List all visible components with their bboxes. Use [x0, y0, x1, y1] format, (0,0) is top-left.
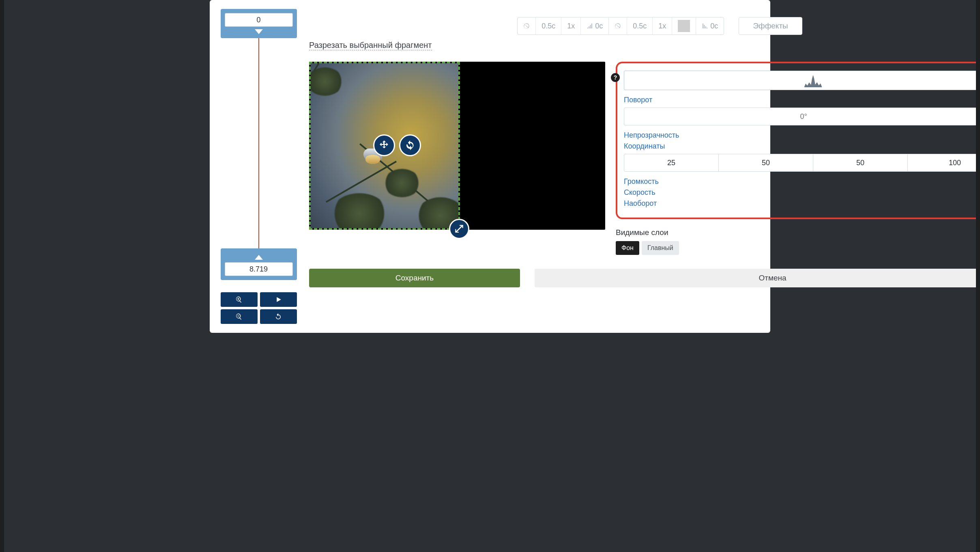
play-button[interactable] [260, 292, 297, 307]
chevron-up-icon [255, 255, 263, 260]
zoom-out-button[interactable] [221, 309, 258, 324]
canvas-area [309, 62, 605, 230]
play-icon [275, 296, 282, 303]
editor-window: 0.5с 1x 0с 0.5с 1x 0с Эффекты Разрезать … [210, 0, 770, 333]
rotate-icon [405, 140, 415, 151]
timeline-track[interactable] [258, 38, 259, 248]
timeline-end-input[interactable] [225, 262, 293, 276]
transition-in-group: 0.5с 1x 0с 0.5с 1x 0с [517, 17, 724, 35]
rotation-input[interactable] [624, 108, 980, 125]
no-transition-a[interactable] [518, 17, 536, 34]
canvas[interactable] [309, 62, 605, 230]
reload-button[interactable] [260, 309, 297, 324]
bars-desc-icon [702, 23, 708, 29]
prohibit-icon [523, 23, 530, 29]
coords-label[interactable]: Координаты [624, 142, 980, 151]
coords-row [624, 154, 980, 172]
zoom-in-button[interactable] [221, 292, 258, 307]
resize-handle[interactable] [449, 219, 469, 239]
main-column: 0.5с 1x 0с 0.5с 1x 0с Эффекты Разрезать … [300, 9, 980, 324]
reload-icon [275, 313, 282, 320]
timeline-start-cap[interactable] [221, 9, 297, 38]
speed-label[interactable]: Скорость [624, 188, 980, 197]
swatch-icon [678, 20, 690, 32]
timeline-column [217, 9, 300, 324]
silhouette-icon [804, 75, 822, 87]
chevron-down-icon [255, 29, 263, 34]
layer-thumbnail[interactable] [624, 71, 980, 90]
cut-fragment-link[interactable]: Разрезать выбранный фрагмент [309, 41, 432, 50]
no-transition-b[interactable] [609, 17, 627, 34]
rotation-label[interactable]: Поворот [624, 96, 980, 104]
color-swatch[interactable] [672, 17, 696, 34]
rotate-handle[interactable] [399, 134, 421, 156]
coord-y2-input[interactable] [908, 154, 980, 172]
bars-asc-icon [587, 23, 593, 29]
move-icon [379, 140, 389, 151]
properties-column: ? Поворот Непрозрачность Координаты [616, 62, 980, 255]
move-handle[interactable] [373, 134, 395, 156]
zoom-in-icon [235, 296, 243, 303]
opacity-label[interactable]: Непрозрачность [624, 131, 980, 140]
reverse-label[interactable]: Наоборот [624, 199, 980, 208]
coord-x2-input[interactable] [813, 154, 908, 172]
layer-main-button[interactable]: Главный [642, 241, 679, 255]
layers-title: Видимые слои [616, 228, 980, 237]
resize-icon [454, 224, 464, 234]
layers-row: Фон Главный [616, 241, 980, 255]
speed-b[interactable]: 1x [653, 17, 672, 34]
effects-button[interactable]: Эффекты [739, 17, 802, 35]
layer-bg-button[interactable]: Фон [616, 241, 639, 255]
help-badge[interactable]: ? [611, 73, 620, 82]
properties-panel: ? Поворот Непрозрачность Координаты [616, 62, 980, 219]
fade-b[interactable]: 0с [696, 17, 724, 34]
timeline-end-cap[interactable] [221, 248, 297, 280]
fade-a[interactable]: 0с [581, 17, 609, 34]
stage-row: ? Поворот Непрозрачность Координаты [309, 62, 980, 255]
zoom-out-icon [235, 313, 243, 320]
volume-label[interactable]: Громкость [624, 177, 980, 186]
timeline-start-input[interactable] [225, 13, 293, 27]
duration-a[interactable]: 0.5с [536, 17, 561, 34]
top-toolbar: 0.5с 1x 0с 0.5с 1x 0с Эффекты [309, 17, 980, 35]
save-button[interactable]: Сохранить [309, 269, 520, 287]
prohibit-icon [615, 23, 621, 29]
timeline-controls [221, 292, 297, 324]
coord-x1-input[interactable] [624, 154, 719, 172]
duration-b[interactable]: 0.5с [627, 17, 653, 34]
cancel-button[interactable]: Отмена [535, 269, 980, 287]
footer-buttons: Сохранить Отмена [309, 269, 980, 287]
coord-y1-input[interactable] [719, 154, 813, 172]
speed-a[interactable]: 1x [561, 17, 581, 34]
